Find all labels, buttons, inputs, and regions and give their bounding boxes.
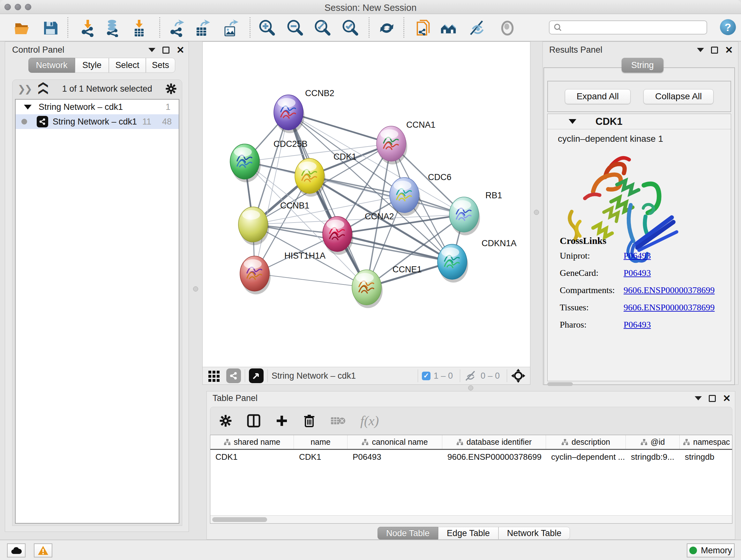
- cell-id[interactable]: stringdb:9...: [626, 452, 680, 462]
- scrollbar-thumb[interactable]: [212, 517, 267, 522]
- new-network-from-selection-icon[interactable]: [415, 19, 433, 37]
- panel-menu-icon[interactable]: [695, 396, 702, 400]
- tab-network-table[interactable]: Network Table: [498, 527, 570, 540]
- tab-select[interactable]: Select: [109, 58, 146, 73]
- refresh-icon[interactable]: [378, 19, 396, 37]
- show-all-icon[interactable]: [498, 19, 516, 37]
- cell-shared-name[interactable]: CDK1: [210, 452, 294, 462]
- network-options-gear-icon[interactable]: [165, 83, 177, 95]
- cell-canonical-name[interactable]: P06493: [347, 452, 442, 462]
- node-label-hist1h1a: HIST1H1A: [284, 251, 326, 260]
- show-columns-icon[interactable]: [247, 414, 261, 428]
- float-panel-icon[interactable]: [711, 47, 718, 54]
- network-node-rb1[interactable]: RB1: [449, 191, 502, 235]
- network-edge[interactable]: [288, 112, 367, 287]
- import-table-file-icon[interactable]: [130, 19, 148, 37]
- add-column-icon[interactable]: [275, 415, 288, 427]
- tab-node-table[interactable]: Node Table: [378, 527, 438, 540]
- first-neighbors-icon[interactable]: [440, 19, 458, 37]
- column-header-id[interactable]: @id: [626, 435, 680, 449]
- toolbar-separator: [368, 17, 369, 38]
- tab-string[interactable]: String: [622, 58, 664, 72]
- column-header-database-identifier[interactable]: database identifier: [442, 435, 546, 449]
- crosslink-pharos-link[interactable]: P06493: [623, 320, 651, 330]
- bottom-splitter-handle[interactable]: [468, 385, 473, 390]
- right-splitter-handle[interactable]: [534, 210, 539, 215]
- cell-description[interactable]: cyclin–dependent ...: [546, 452, 626, 462]
- memory-button[interactable]: Memory: [687, 543, 735, 557]
- birdseye-grid-icon[interactable]: [208, 369, 220, 382]
- network-canvas[interactable]: CCNB2CCNA1CDC25BCDK1CDC6RB1CCNB1CCNA2CDK…: [203, 42, 530, 367]
- cloud-status-button[interactable]: [7, 543, 25, 557]
- results-horizontal-scrollbar[interactable]: [547, 382, 573, 386]
- column-header-canonical-name[interactable]: canonical name: [347, 435, 442, 449]
- open-session-icon[interactable]: [13, 19, 31, 37]
- collection-count: 1: [165, 102, 171, 112]
- export-network-icon[interactable]: [168, 19, 186, 37]
- table-horizontal-scrollbar[interactable]: [210, 515, 732, 523]
- zoom-in-icon[interactable]: [258, 19, 276, 37]
- delete-column-icon[interactable]: [303, 414, 316, 428]
- tab-style[interactable]: Style: [75, 58, 109, 73]
- crosslink-label: Compartments:: [560, 285, 623, 295]
- help-button[interactable]: ?: [720, 19, 736, 35]
- close-panel-icon[interactable]: ✕: [177, 47, 185, 54]
- crosslink-tissues-link[interactable]: 9606.ENSP00000378699: [623, 302, 715, 313]
- selected-checkbox-icon[interactable]: ✓: [422, 372, 430, 380]
- hide-selected-icon[interactable]: [469, 19, 487, 37]
- column-header-shared-name[interactable]: shared name: [210, 435, 294, 449]
- search-input[interactable]: [549, 20, 707, 35]
- left-splitter-handle[interactable]: [193, 287, 198, 292]
- collapse-all-button[interactable]: Collapse All: [643, 89, 714, 104]
- import-network-database-icon[interactable]: [105, 19, 122, 37]
- close-panel-icon[interactable]: ✕: [723, 395, 731, 402]
- import-network-file-icon[interactable]: [79, 19, 97, 37]
- network-node-hist1h1a[interactable]: HIST1H1A: [240, 251, 326, 294]
- control-panel-tabs: Network Style Select Sets: [28, 58, 175, 73]
- zoom-out-icon[interactable]: [286, 19, 304, 37]
- crosslink-genecard-link[interactable]: P06493: [623, 268, 651, 278]
- network-row-selected[interactable]: String Network – cdk1 11 48: [16, 114, 179, 129]
- table-options-gear-icon[interactable]: [219, 415, 232, 427]
- expand-all-button[interactable]: Expand All: [565, 89, 630, 104]
- column-header-name[interactable]: name: [294, 435, 347, 449]
- float-panel-icon[interactable]: [162, 47, 170, 54]
- expand-all-networks-icon[interactable]: ❯❯: [37, 82, 48, 96]
- crosslink-uniprot-link[interactable]: P06493: [623, 251, 651, 261]
- network-edge[interactable]: [255, 112, 288, 273]
- network-edge[interactable]: [255, 273, 367, 287]
- warnings-button[interactable]: [34, 543, 52, 557]
- cell-database-identifier[interactable]: 9606.ENSP00000378699: [442, 452, 546, 462]
- close-panel-icon[interactable]: ✕: [725, 47, 733, 54]
- column-header-namespace[interactable]: namespac: [680, 435, 732, 449]
- fit-selected-crosshair-icon[interactable]: [511, 368, 526, 383]
- network-type-share-icon[interactable]: [226, 368, 241, 383]
- column-header-description[interactable]: description: [546, 435, 626, 449]
- tab-network[interactable]: Network: [28, 58, 75, 73]
- table-row[interactable]: CDK1 CDK1 P06493 9606.ENSP00000378699 cy…: [210, 450, 732, 464]
- tab-edge-table[interactable]: Edge Table: [438, 527, 498, 540]
- network-node-cdkn1a[interactable]: CDKN1A: [437, 239, 517, 283]
- crosslink-compartments-link[interactable]: 9606.ENSP00000378699: [623, 285, 715, 295]
- network-collection-row[interactable]: String Network – cdk1 1: [16, 100, 179, 114]
- column-type-icon: [361, 439, 368, 446]
- toolbar-separator: [159, 17, 160, 38]
- gene-expand-icon[interactable]: [569, 119, 576, 124]
- tab-sets[interactable]: Sets: [146, 58, 175, 73]
- collection-expand-icon[interactable]: [24, 105, 31, 110]
- cell-name[interactable]: CDK1: [294, 452, 347, 462]
- network-node-ccne1[interactable]: CCNE1: [352, 265, 422, 308]
- node-label-cdc25b: CDC25B: [273, 139, 308, 149]
- node-label-ccnb1: CCNB1: [280, 201, 310, 210]
- zoom-selected-icon[interactable]: [341, 19, 359, 37]
- cell-namespace[interactable]: stringdb: [680, 452, 732, 462]
- detach-view-icon[interactable]: [249, 368, 264, 383]
- collapse-all-networks-icon[interactable]: ❯❯: [17, 83, 31, 95]
- panel-menu-icon[interactable]: [148, 48, 155, 52]
- zoom-fit-icon[interactable]: [313, 19, 331, 37]
- float-panel-icon[interactable]: [709, 395, 716, 402]
- panel-menu-icon[interactable]: [697, 48, 704, 52]
- export-table-icon[interactable]: [193, 19, 211, 37]
- export-image-icon[interactable]: [221, 19, 239, 37]
- save-session-icon[interactable]: [42, 19, 59, 37]
